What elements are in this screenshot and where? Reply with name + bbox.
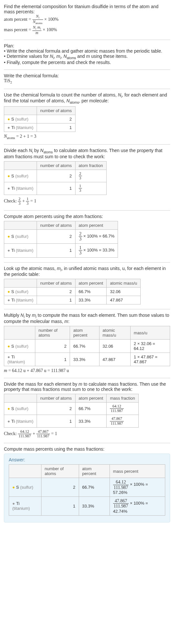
s-pct: 66.7% (75, 403, 107, 415)
sulfur-cell: S (sulfur) (4, 229, 37, 243)
mass-table: number of atoms atom percent atomic mass… (4, 279, 141, 304)
chemical-formula: TiS2 (4, 78, 170, 84)
titanium-cell: Ti (titanium) (9, 497, 41, 516)
mass-pre: Look up the atomic mass, (4, 266, 57, 271)
s-frac-den: 3 (79, 176, 82, 180)
af-pre: Divide each (4, 148, 29, 153)
sulfur-cell: S (sulfur) (9, 478, 41, 497)
s-pct: 66.7% (70, 340, 99, 353)
table-header-row: number of atoms (4, 107, 75, 115)
ti-count: 1 (41, 497, 79, 516)
divider (4, 262, 170, 263)
s-paren: (sulfur) (15, 174, 28, 178)
header-pct: atom percent (70, 326, 99, 340)
intro-section: Find the elemental composition for titan… (4, 4, 170, 35)
atom-percent-formula: atom percent = Ni Natoms × 100% (4, 14, 170, 25)
atompct-text: Compute atom percents using the atom fra… (4, 214, 170, 219)
mm-mid: by (25, 313, 32, 318)
empty-header (4, 221, 37, 229)
empty-header (9, 465, 41, 478)
formula-main: TiS (4, 78, 10, 83)
atomfrac-table: number of atoms atom fraction S (sulfur)… (4, 161, 107, 195)
header-natoms: number of atoms (37, 107, 75, 115)
s-paren: (sulfur) (15, 344, 28, 349)
s-paren: (sulfur) (15, 289, 28, 294)
sulfur-cell: S (sulfur) (4, 403, 37, 415)
header-mass: atomic mass/u (107, 279, 141, 288)
plan-b2-post: using these items. (90, 54, 128, 59)
header-natoms: number of atoms (37, 394, 75, 403)
ti-pct: 33.3% (79, 497, 110, 516)
ti-label: Ti (11, 354, 15, 359)
s-pct-res: × 100% = 66.7% (82, 234, 115, 238)
masspct-section: Compute mass percents using the mass fra… (4, 446, 170, 522)
divider (4, 70, 170, 70)
molmass-eq: m = 64.12 u + 47.867 u = 111.987 u (4, 368, 170, 373)
divider (4, 40, 170, 40)
ti-frac-num: 1 (79, 184, 82, 188)
header-natoms: number of atoms (41, 465, 79, 478)
mp-lhs: mass percent = (4, 27, 32, 32)
table-row: S (sulfur) 2 66.7% 64.12111.987 × 100% =… (9, 478, 165, 497)
molmass-table: number of atoms atom percent atomic mass… (4, 326, 170, 366)
ti-mf: 47.867111.987 (107, 415, 138, 427)
table-header-row: number of atoms atom percent (4, 221, 118, 229)
ti-paren: (titanium) (16, 248, 33, 253)
mass-text: Look up the atomic mass, mi, in unified … (4, 266, 170, 277)
empty-header (4, 394, 37, 403)
s-count: 2 (37, 170, 75, 182)
header-natoms: number of atoms (35, 326, 70, 340)
s-pct: 66.7% (79, 478, 110, 497)
ap-lhs: atom percent = (4, 17, 32, 22)
s-paren: (sulfur) (15, 117, 28, 122)
table-row: S (sulfur) 2 66.7% 32.06 (4, 288, 141, 296)
titanium-cell: Ti (titanium) (4, 243, 37, 257)
formula-sub: 2 (10, 81, 12, 84)
header-pct: atom percent (75, 279, 107, 288)
header-frac: atom fraction (75, 161, 106, 170)
s-label: S (16, 485, 20, 490)
ti-paren: (titanium) (16, 419, 33, 424)
plan-b3: • Finally, compute the percents and chec… (4, 60, 170, 65)
header-natoms: number of atoms (37, 279, 75, 288)
s-label: S (11, 289, 15, 294)
ap-frac: Ni Natoms (32, 14, 43, 25)
af-mid: by (33, 148, 41, 153)
formula-section: Write the chemical formula: TiS2 (4, 73, 170, 84)
massfrac-text: Divide the mass for each element by m to… (4, 381, 170, 392)
s-pct: 23 × 100% = 66.7% (75, 229, 118, 243)
ti-paren: (titanium) (12, 506, 30, 511)
ti-label: Ti (11, 248, 16, 253)
s-pct-num: 2 (79, 231, 82, 237)
ti-mass: 1 × 47.867 = 47.867 (130, 353, 170, 366)
ti-amass: 47.867 (99, 353, 130, 366)
s-label: S (11, 406, 15, 411)
s-ans-num: 64.12 (113, 480, 129, 485)
divider (4, 309, 170, 309)
mm-pre: Multiply (4, 313, 20, 318)
check-pre: Check: (4, 431, 18, 436)
ti-pct-den: 3 (79, 251, 82, 255)
ti-pct-num: 1 (79, 245, 82, 251)
table-header-row: number of atoms atom fraction (4, 161, 107, 170)
table-row: Ti (titanium) 1 (4, 123, 75, 132)
table-header-row: number of atoms atom percent mass fracti… (4, 394, 139, 403)
ti-frac: 13 (75, 182, 106, 195)
table-header-row: number of atoms atom percent mass percen… (9, 465, 165, 478)
s-count: 2 (37, 115, 75, 123)
massfrac-section: Divide the mass for each element by m to… (4, 381, 170, 438)
ti-count: 1 (37, 123, 75, 132)
count-table: number of atoms S (sulfur) 2 Ti (titaniu… (4, 106, 75, 132)
ti-mass: 47.867111.987 × 100% = 42.74% (110, 497, 165, 516)
table-row: S (sulfur) 2 (4, 115, 75, 123)
mass-percent-formula: mass percent = Ni mi m × 100% (4, 25, 170, 35)
ti-pct-res: × 100% = 33.3% (82, 248, 115, 252)
empty-header (4, 326, 35, 340)
ti-paren: (titanium) (16, 298, 33, 303)
mf-pre: Divide the mass for each element by (4, 381, 78, 387)
s-count: 2 (35, 340, 70, 353)
count-section: Use the chemical formula to count the nu… (4, 92, 170, 140)
count-pre: Use the chemical formula to count the nu… (4, 92, 118, 97)
ti-pct: 33.3% (75, 296, 107, 304)
header-pct: atom percent (75, 394, 107, 403)
